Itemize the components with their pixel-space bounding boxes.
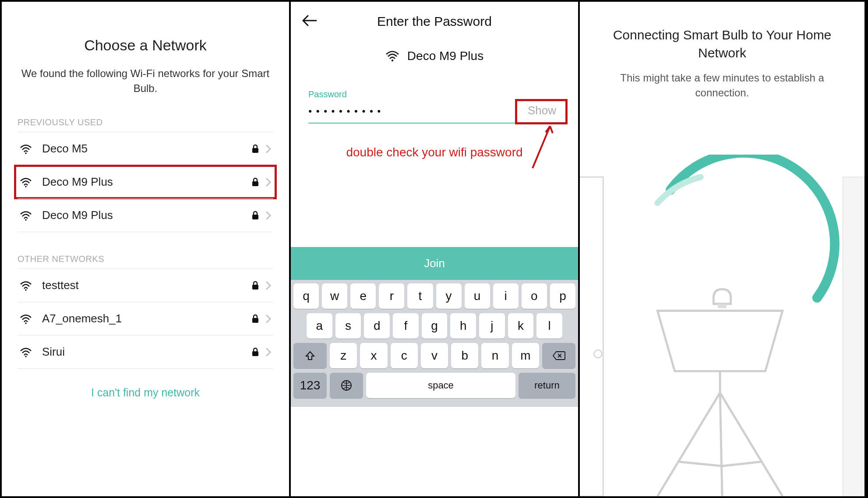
- section-previously-used: PREVIOUSLY USED: [18, 117, 273, 127]
- wifi-icon: [19, 210, 32, 221]
- key-f[interactable]: f: [393, 313, 419, 339]
- svg-rect-9: [252, 318, 258, 323]
- network-row[interactable]: testtest: [18, 268, 273, 302]
- section-other-networks: OTHER NETWORKS: [18, 254, 273, 264]
- chevron-right-icon: [265, 211, 272, 220]
- password-label: Password: [308, 89, 561, 99]
- key-u[interactable]: u: [465, 283, 490, 309]
- lock-icon: [251, 281, 259, 290]
- cant-find-network-link[interactable]: I can't find my network: [18, 386, 273, 399]
- svg-rect-11: [252, 351, 258, 356]
- svg-rect-7: [252, 285, 258, 290]
- key-j[interactable]: j: [479, 313, 505, 339]
- password-field-block: Password ●●●●●●●●●● Show double check yo…: [291, 89, 578, 159]
- key-return[interactable]: return: [519, 373, 575, 398]
- lock-icon: [251, 211, 259, 220]
- key-shift[interactable]: [293, 343, 327, 368]
- key-r[interactable]: r: [379, 283, 404, 309]
- back-button[interactable]: [302, 15, 317, 26]
- network-list-other: testtestA7_onemesh_1Sirui: [18, 268, 273, 369]
- key-n[interactable]: n: [481, 343, 508, 368]
- svg-point-10: [25, 356, 27, 357]
- page-title: Enter the Password: [377, 14, 492, 29]
- key-123[interactable]: 123: [293, 373, 327, 398]
- key-q[interactable]: q: [293, 283, 319, 309]
- key-g[interactable]: g: [422, 313, 448, 339]
- shift-icon: [305, 350, 315, 361]
- keyboard: qwertyuiop asdfghjkl zxcvbnm 123 space r…: [291, 280, 578, 407]
- key-backspace[interactable]: [542, 343, 575, 368]
- wifi-icon: [385, 50, 399, 62]
- choose-network-screen: Choose a Network We found the following …: [2, 2, 291, 496]
- network-name: Deco M9 Plus: [42, 175, 251, 189]
- network-name: Deco M9 Plus: [42, 208, 251, 222]
- wifi-icon: [19, 280, 32, 291]
- wifi-icon: [19, 347, 32, 357]
- annotation-arrow: [528, 124, 554, 173]
- network-list-previous: Deco M5Deco M9 PlusDeco M9 Plus: [18, 132, 273, 232]
- key-c[interactable]: c: [391, 343, 418, 368]
- key-a[interactable]: a: [307, 313, 332, 339]
- lock-icon: [251, 314, 259, 324]
- network-row[interactable]: Deco M5: [18, 132, 273, 165]
- key-i[interactable]: i: [493, 283, 519, 309]
- network-name: Deco M5: [42, 142, 251, 155]
- lock-icon: [251, 177, 259, 187]
- key-s[interactable]: s: [335, 313, 361, 339]
- svg-rect-1: [252, 148, 258, 153]
- password-input[interactable]: ●●●●●●●●●●: [308, 107, 523, 114]
- svg-point-0: [25, 152, 27, 154]
- key-space[interactable]: space: [366, 373, 515, 398]
- key-l[interactable]: l: [536, 313, 562, 339]
- chevron-right-icon: [265, 281, 272, 290]
- key-t[interactable]: t: [407, 283, 433, 309]
- key-d[interactable]: d: [364, 313, 390, 339]
- svg-rect-5: [252, 215, 258, 219]
- key-h[interactable]: h: [450, 313, 476, 339]
- enter-password-screen: Enter the Password Deco M9 Plus Password…: [291, 2, 580, 496]
- key-m[interactable]: m: [512, 343, 539, 368]
- key-v[interactable]: v: [421, 343, 448, 368]
- ssid-name: Deco M9 Plus: [407, 49, 483, 63]
- key-b[interactable]: b: [451, 343, 478, 368]
- svg-point-2: [25, 186, 27, 187]
- key-e[interactable]: e: [350, 283, 376, 309]
- svg-line-23: [722, 462, 761, 466]
- key-w[interactable]: w: [322, 283, 347, 309]
- key-z[interactable]: z: [330, 343, 357, 368]
- network-row[interactable]: Sirui: [18, 335, 273, 369]
- svg-point-15: [594, 350, 602, 358]
- connecting-illustration: [580, 155, 864, 496]
- svg-line-21: [720, 393, 722, 496]
- svg-rect-14: [580, 177, 603, 496]
- network-row[interactable]: Deco M9 Plus: [18, 198, 273, 232]
- network-row[interactable]: Deco M9 Plus: [18, 165, 273, 198]
- svg-rect-16: [843, 177, 864, 496]
- svg-rect-3: [252, 181, 258, 186]
- network-name: testtest: [42, 279, 251, 292]
- key-k[interactable]: k: [508, 313, 534, 339]
- key-o[interactable]: o: [522, 283, 547, 309]
- wifi-icon: [19, 314, 32, 324]
- selected-network: Deco M9 Plus: [291, 49, 578, 63]
- svg-line-22: [679, 462, 722, 466]
- chevron-right-icon: [265, 177, 272, 187]
- key-globe[interactable]: [330, 373, 363, 398]
- wifi-icon: [19, 144, 32, 154]
- svg-line-19: [657, 393, 720, 496]
- svg-point-6: [25, 289, 27, 291]
- globe-icon: [341, 380, 352, 391]
- network-row[interactable]: A7_onemesh_1: [18, 302, 273, 335]
- arrow-left-icon: [302, 15, 317, 26]
- key-p[interactable]: p: [550, 283, 575, 309]
- key-y[interactable]: y: [436, 283, 462, 309]
- key-x[interactable]: x: [360, 343, 387, 368]
- join-button[interactable]: Join: [291, 247, 578, 280]
- svg-rect-17: [718, 304, 727, 308]
- page-subtitle: We found the following Wi-Fi networks fo…: [18, 66, 273, 95]
- network-name: A7_onemesh_1: [42, 312, 251, 325]
- wifi-icon: [19, 177, 32, 187]
- show-password-button[interactable]: Show: [523, 103, 561, 118]
- svg-line-20: [720, 393, 783, 496]
- backspace-icon: [552, 351, 565, 360]
